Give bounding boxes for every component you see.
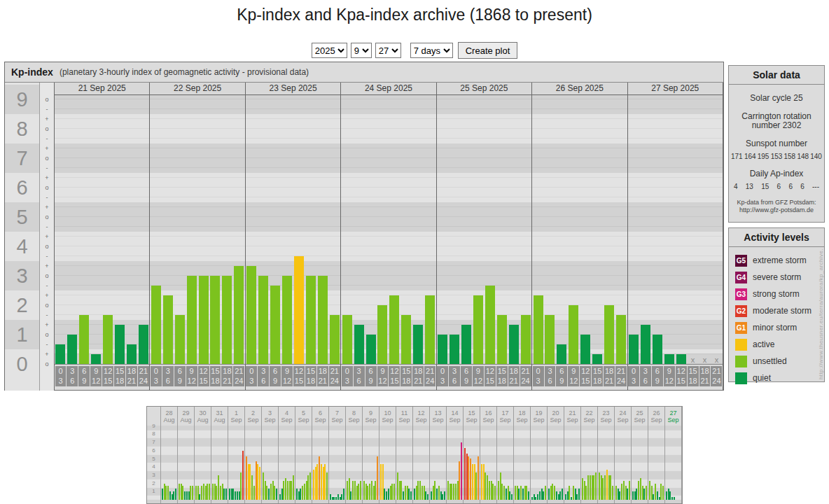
overview-day-column: 17Sep (496, 407, 513, 503)
overview-kp-bar (634, 491, 636, 500)
time-slot-label: 912 (281, 366, 293, 386)
kp-bar (79, 315, 89, 364)
overview-kp-bar (323, 467, 324, 500)
kp-day-plot (246, 95, 340, 365)
time-slot-label: 36 (545, 366, 556, 386)
overview-kp-bar (662, 486, 664, 500)
range-select[interactable]: 7 days (410, 43, 453, 58)
overview-kp-bar (461, 442, 462, 500)
kp-bar (592, 354, 602, 364)
overview-kp-bar (169, 491, 171, 500)
daily-ap-values: 41315666--- (729, 183, 824, 190)
overview-day-plot (262, 426, 278, 503)
solar-cycle: Solar cycle 25 (729, 94, 824, 103)
time-slot-label: 912 (568, 366, 579, 386)
overview-day-column: 2Sep (244, 407, 261, 503)
day-select[interactable]: 27 (375, 43, 401, 58)
source-url-vertical: http://www.theusner.eu/terra/aurora/kp_a… (818, 249, 824, 379)
overview-day-column: 13Sep (429, 407, 446, 503)
month-select[interactable]: 9 (351, 43, 372, 58)
overview-axis-number: 7 (147, 439, 160, 446)
ap-value: 15 (761, 183, 769, 190)
year-select[interactable]: 2025 (312, 43, 347, 58)
create-plot-button[interactable]: Create plot (458, 42, 518, 59)
overview-day-plot (413, 426, 429, 503)
overview-day-column: 28Aug (160, 407, 177, 503)
overview-kp-bar (410, 491, 412, 500)
overview-bar-row (447, 426, 463, 500)
time-slot-label: 69 (270, 366, 281, 386)
overview-kp-bar (333, 497, 335, 500)
overview-kp-bar (584, 481, 585, 500)
kp-3h-slot (281, 95, 293, 364)
overview-bar-row (648, 426, 664, 500)
overview-kp-bar (475, 472, 477, 500)
overview-kp-bar (587, 475, 589, 500)
kp-bar (389, 295, 399, 364)
overview-kp-bar (235, 491, 236, 500)
overview-axis-number: 9 (147, 423, 160, 430)
sunspot-value: 164 (744, 153, 756, 160)
kp-axis-subtick: o (40, 96, 54, 103)
kp-3h-slot (55, 95, 67, 364)
overview-day-header: 10Sep (379, 407, 396, 426)
overview-day-header: 30Aug (195, 407, 211, 426)
kp-slot-label-row: 0336699121215151818212124 (341, 365, 436, 387)
overview-bar-row (665, 426, 681, 500)
solar-data-body: Solar cycle 25 Carrington rotation numbe… (729, 94, 824, 214)
overview-kp-bar (188, 491, 190, 500)
kp-bar (354, 325, 364, 364)
kp-plot-area: 21 Sep 2025033669912121515181821212422 S… (54, 83, 723, 391)
time-slot-label: 1215 (389, 366, 400, 386)
kp-3h-slot (186, 95, 197, 364)
overview-kp-bar (578, 489, 580, 500)
kp-bar (67, 335, 77, 364)
kp-bar (222, 276, 232, 364)
overview-day-plot (464, 426, 480, 503)
overview-day-column: 8Sep (345, 407, 362, 503)
time-slot-label: 69 (174, 366, 186, 386)
time-slot-label: 1821 (221, 366, 232, 386)
kp-bar (461, 325, 471, 364)
time-slot-label: 36 (258, 366, 269, 386)
kp-3h-slot (233, 95, 245, 364)
overview-kp-bar (541, 489, 543, 500)
overview-kp-bar (164, 484, 165, 500)
overview-kp-bar (330, 494, 331, 500)
overview-kp-bar (451, 484, 452, 500)
time-slot-label: 03 (55, 366, 67, 386)
kp-3h-slot (663, 95, 675, 364)
kp-3h-slot (639, 95, 651, 364)
overview-kp-bar (623, 481, 625, 500)
kp-y-axis-numbers: 9876543210 (5, 83, 39, 391)
kp-3h-slot (449, 95, 461, 364)
overview-day-column: 20Sep (547, 407, 564, 503)
sunspot-number-values: 171164195153158148140 (729, 153, 824, 160)
kp-bar (521, 315, 531, 364)
overview-kp-bar (367, 486, 368, 500)
kp-bar (450, 335, 459, 364)
kp-3h-slot (328, 95, 340, 364)
time-slot-label: 1215 (293, 366, 305, 386)
overview-kp-bar (205, 486, 207, 500)
overview-kp-bar (302, 486, 303, 500)
overview-day-plot (245, 426, 261, 503)
overview-kp-bar (585, 486, 587, 500)
overview-kp-bar (300, 489, 301, 500)
kp-bar (569, 305, 578, 364)
kp-axis-number: 8 (5, 114, 39, 144)
overview-kp-bar (517, 486, 518, 500)
kp-axis-subtick: + (40, 115, 54, 122)
overview-kp-bar (434, 481, 436, 500)
overview-kp-bar (397, 472, 398, 500)
kp-slot-label-row: 0336699121215151818212124 (150, 365, 244, 387)
overview-kp-bar (442, 494, 443, 500)
overview-bar-row (178, 426, 194, 500)
kp-bar (557, 344, 566, 364)
kp-bar (509, 325, 519, 364)
overview-kp-bar (246, 456, 247, 500)
overview-kp-bar (492, 484, 494, 500)
time-slot-label: 36 (449, 366, 460, 386)
kp-axis-subtick: o (40, 155, 54, 162)
overview-kp-bar (253, 486, 255, 500)
